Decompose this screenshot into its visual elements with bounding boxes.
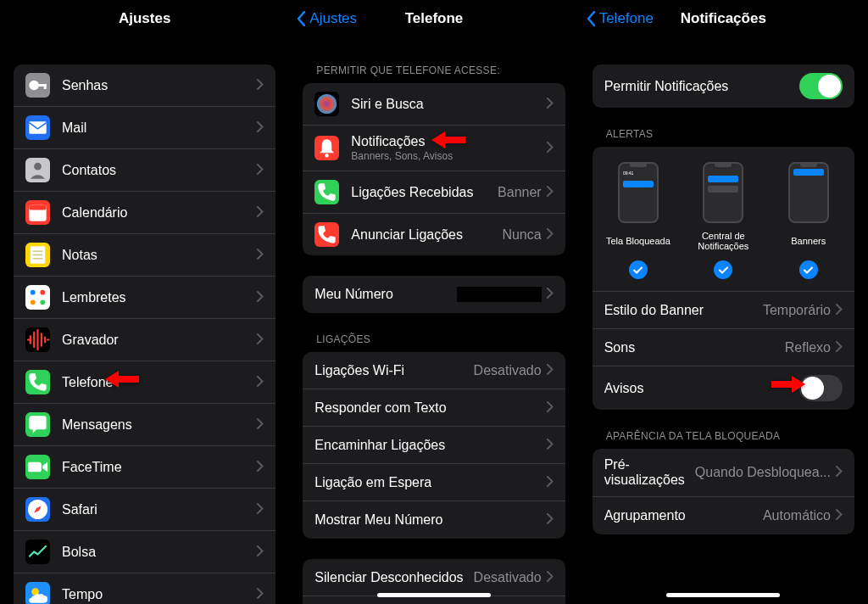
svg-point-14 bbox=[40, 299, 45, 305]
phone-settings-list[interactable]: PERMITIR QUE TELEFONE ACESSE: Siri e Bus… bbox=[289, 37, 578, 604]
row-label: Lembretes bbox=[62, 290, 257, 305]
chevron-right-icon bbox=[257, 248, 264, 263]
row-value: Desativado bbox=[474, 363, 542, 378]
chevron-right-icon bbox=[257, 205, 264, 221]
settings-row-reminders[interactable]: Lembretes bbox=[14, 277, 275, 319]
svg-rect-3 bbox=[29, 121, 46, 134]
back-button[interactable]: Telefone bbox=[586, 10, 654, 27]
chevron-left-icon bbox=[296, 10, 306, 27]
row-label: Bolsa bbox=[62, 545, 257, 560]
alert-label: Tela Bloqueada bbox=[606, 230, 670, 252]
my-number-value bbox=[457, 287, 542, 302]
header: Ajustes Telefone bbox=[289, 0, 578, 37]
row-label: Senhas bbox=[62, 78, 257, 93]
badges-row[interactable]: Avisos bbox=[593, 366, 854, 410]
settings-row-phone[interactable]: Telefone bbox=[14, 361, 275, 404]
voice-icon bbox=[25, 327, 50, 352]
row-label: Telefone bbox=[62, 375, 257, 390]
checkmark-icon[interactable] bbox=[629, 260, 648, 279]
chevron-right-icon bbox=[836, 340, 843, 355]
allow-notifications-row[interactable]: Permitir Notificações bbox=[593, 64, 854, 108]
chevron-right-icon bbox=[547, 475, 554, 490]
page-title: Ajustes bbox=[119, 10, 170, 27]
allow-toggle[interactable] bbox=[799, 73, 843, 99]
alert-type-banner[interactable]: Banners bbox=[766, 162, 850, 279]
call-setting-row[interactable]: Ligações Wi-FiDesativado bbox=[303, 352, 565, 389]
row-phone-in[interactable]: Ligações RecebidasBanner bbox=[303, 171, 565, 214]
chevron-right-icon bbox=[547, 185, 554, 200]
previews-value: Quando Desbloquea... bbox=[695, 465, 831, 480]
row-label: Ligações Recebidas bbox=[351, 185, 498, 200]
contacts-icon bbox=[25, 158, 50, 182]
call-setting-row[interactable]: Responder com Texto bbox=[303, 389, 565, 427]
previews-row[interactable]: Pré-visualizações Quando Desbloquea... bbox=[593, 449, 854, 497]
chevron-right-icon bbox=[257, 460, 264, 475]
call-setting-row[interactable]: Mostrar Meu Número bbox=[303, 501, 565, 539]
back-label: Telefone bbox=[599, 10, 654, 27]
chevron-right-icon bbox=[257, 163, 264, 178]
row-announce[interactable]: Anunciar LigaçõesNunca bbox=[303, 214, 565, 255]
call-setting-row[interactable]: Ligação em Espera bbox=[303, 464, 565, 501]
sounds-value: Reflexo bbox=[785, 340, 831, 355]
settings-list[interactable]: SenhasMailContatosCalendárioNotasLembret… bbox=[0, 37, 289, 604]
home-indicator[interactable] bbox=[377, 593, 491, 597]
row-label: Safari bbox=[62, 502, 257, 517]
reminders-icon bbox=[25, 285, 50, 310]
chevron-right-icon bbox=[836, 303, 843, 318]
settings-row-weather[interactable]: Tempo bbox=[14, 573, 275, 604]
announce-icon bbox=[314, 222, 339, 247]
key-icon bbox=[25, 73, 50, 98]
row-label: Notas bbox=[62, 248, 257, 263]
sounds-row[interactable]: Sons Reflexo bbox=[593, 329, 854, 366]
home-indicator[interactable] bbox=[666, 593, 780, 597]
chevron-right-icon bbox=[547, 512, 554, 528]
settings-row-key[interactable]: Senhas bbox=[14, 64, 275, 107]
other-setting-row[interactable]: Bloqueio e Identificação bbox=[303, 596, 565, 604]
settings-row-messages[interactable]: Mensagens bbox=[14, 404, 275, 446]
section-header-alerts: ALERTAS bbox=[606, 128, 854, 140]
svg-rect-2 bbox=[44, 84, 47, 89]
other-setting-row[interactable]: Silenciar DesconhecidosDesativado bbox=[303, 559, 565, 596]
allow-label: Permitir Notificações bbox=[604, 79, 799, 94]
settings-row-contacts[interactable]: Contatos bbox=[14, 149, 275, 192]
alert-type-lock[interactable]: 09:41Tela Bloqueada bbox=[596, 162, 680, 279]
row-siri[interactable]: Siri e Busca bbox=[303, 83, 565, 126]
checkmark-icon[interactable] bbox=[799, 260, 818, 279]
svg-point-4 bbox=[34, 163, 42, 171]
row-label: Calendário bbox=[62, 205, 257, 221]
alert-label: Banners bbox=[791, 230, 826, 252]
chevron-right-icon bbox=[257, 78, 264, 93]
row-label: Notificações bbox=[351, 134, 546, 149]
badges-toggle[interactable] bbox=[799, 375, 843, 401]
grouping-row[interactable]: Agrupamento Automático bbox=[593, 497, 854, 534]
alert-types: 09:41Tela BloqueadaCentral de Notificaçõ… bbox=[593, 147, 854, 292]
chevron-right-icon bbox=[547, 570, 554, 585]
header: Telefone Notificações bbox=[579, 0, 868, 37]
settings-row-notes[interactable]: Notas bbox=[14, 234, 275, 277]
settings-row-stocks[interactable]: Bolsa bbox=[14, 531, 275, 573]
row-value: Banner bbox=[498, 185, 542, 200]
banner-style-row[interactable]: Estilo do Banner Temporário bbox=[593, 292, 854, 329]
checkmark-icon[interactable] bbox=[714, 260, 732, 279]
row-label: Mail bbox=[62, 120, 257, 136]
alert-label: Central de Notificações bbox=[682, 230, 765, 252]
call-setting-row[interactable]: Encaminhar Ligações bbox=[303, 427, 565, 464]
settings-row-facetime[interactable]: FaceTime bbox=[14, 446, 275, 489]
alert-type-center[interactable]: Central de Notificações bbox=[682, 162, 765, 279]
settings-row-safari[interactable]: Safari bbox=[14, 489, 275, 531]
banner-style-label: Estilo do Banner bbox=[604, 303, 763, 318]
row-bell[interactable]: NotificaçõesBanners, Sons, Avisos bbox=[303, 126, 565, 171]
settings-row-mail[interactable]: Mail bbox=[14, 107, 275, 149]
notifications-list[interactable]: Permitir Notificações ALERTAS 09:41Tela … bbox=[579, 37, 868, 604]
settings-row-calendar[interactable]: Calendário bbox=[14, 192, 275, 234]
calendar-icon bbox=[25, 200, 50, 225]
back-button[interactable]: Ajustes bbox=[296, 10, 357, 27]
row-label: Siri e Busca bbox=[351, 97, 546, 112]
svg-point-13 bbox=[40, 290, 45, 295]
row-value: Desativado bbox=[474, 570, 542, 585]
my-number-row[interactable]: Meu Número bbox=[303, 276, 565, 313]
chevron-right-icon bbox=[547, 438, 554, 453]
chevron-right-icon bbox=[257, 587, 264, 602]
settings-row-voice[interactable]: Gravador bbox=[14, 319, 275, 361]
svg-point-0 bbox=[29, 81, 39, 91]
